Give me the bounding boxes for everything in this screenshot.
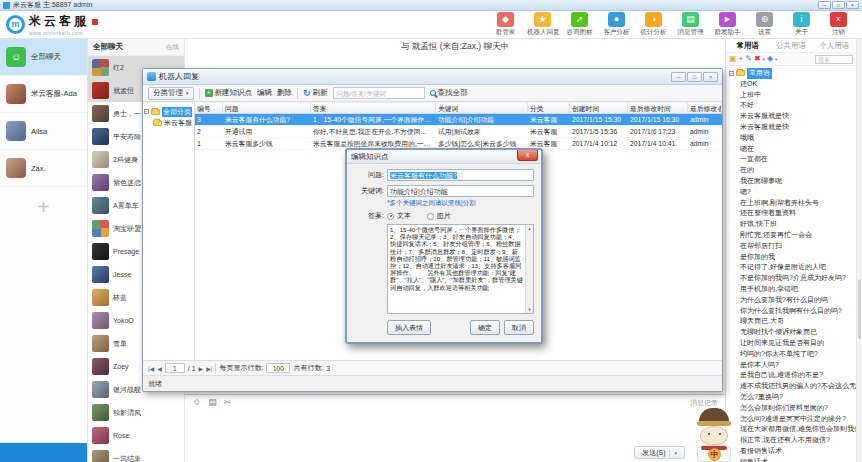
phrase-item[interactable]: 是你本人吗? xyxy=(729,360,856,371)
delete-caret-icon[interactable]: ▾ xyxy=(763,57,765,62)
add-folder-icon[interactable]: ▣ xyxy=(729,53,737,65)
sidebar-item[interactable]: Zax. xyxy=(0,150,87,187)
sidebar-item[interactable]: Ailsa xyxy=(0,113,87,150)
edit-phrase-icon[interactable]: ✎ xyxy=(745,53,752,65)
send-button[interactable]: 发送(S) ▾ xyxy=(634,446,685,459)
delete-phrase-icon[interactable]: ✖ xyxy=(754,53,761,65)
phrase-item[interactable]: 嗯? xyxy=(729,187,856,198)
file-icon[interactable]: ▤ xyxy=(208,395,217,410)
tag-caret-icon[interactable]: ▾ xyxy=(775,57,777,62)
expander-icon[interactable]: − xyxy=(729,71,734,76)
textarea-scrollbar[interactable]: ▲ ▼ xyxy=(525,225,533,313)
first-page-button[interactable]: |◀ xyxy=(148,365,154,372)
header-tool-button[interactable]: ⊛ 设置 xyxy=(749,12,780,37)
phrase-item[interactable]: 刚忙完,还要再忙一会会 xyxy=(729,230,856,241)
sidebar-item[interactable]: ☺ 全部聊天 xyxy=(0,39,87,76)
contact-item[interactable]: 一筠结束 xyxy=(88,447,184,462)
phrase-item[interactable]: 为什么要加我?有什么目的吗 xyxy=(729,295,856,306)
new-knowledge-button[interactable]: + 新建知识点 xyxy=(205,88,253,98)
header-tool-button[interactable]: ► 群发助手 xyxy=(712,12,743,37)
tree-node-category[interactable]: 米云客服 xyxy=(153,117,193,128)
table-row[interactable]: 2 开通试用 你好,不好意思,我正在开会,不方便回... 试用|测试效果 米云客… xyxy=(195,126,722,138)
header-tool-button[interactable]: i 关于 xyxy=(786,12,817,37)
page-number-input[interactable]: 1 xyxy=(165,363,185,373)
phrase-item[interactable]: 不记得了,好像是附近的人吧 xyxy=(729,262,856,273)
quick-reply-tab[interactable]: 常用语 xyxy=(726,41,769,51)
phrase-item[interactable]: 我在面聊事呢 xyxy=(729,176,856,187)
dialog-minimize-button[interactable]: ─ xyxy=(671,72,686,82)
add-account-button[interactable]: + xyxy=(0,187,87,227)
right-scrollbar[interactable] xyxy=(856,39,862,462)
knowledge-search-input[interactable]: 问题/答案/关键词 xyxy=(333,87,425,99)
phrase-item[interactable]: 怎么?重换吗? xyxy=(729,392,856,403)
send-options-caret[interactable]: ▾ xyxy=(669,450,677,456)
table-header-cell[interactable]: 编号 xyxy=(195,103,223,113)
find-all-button[interactable]: 查找全部 xyxy=(430,88,468,98)
ok-button[interactable]: 确定 xyxy=(470,320,500,335)
radio-image[interactable]: 图片 xyxy=(427,211,451,221)
phrase-item[interactable]: 不好 xyxy=(729,100,856,111)
scrollbar-thumb[interactable] xyxy=(858,279,861,339)
phrase-item[interactable]: 很正常,现在还有人不用微信? xyxy=(729,435,856,446)
phrase-item[interactable]: 在帮邻居打扫 xyxy=(729,241,856,252)
add-phrase-icon[interactable]: + xyxy=(739,53,744,65)
table-header-cell[interactable]: 答案 xyxy=(311,103,436,113)
phrase-item[interactable]: 约吗的?你太不单纯了吧? xyxy=(729,349,856,360)
radio-text[interactable]: 文本 xyxy=(387,211,411,221)
header-tool-button[interactable]: ◆ 群管家 xyxy=(490,12,521,37)
tag-icon[interactable]: ◈ xyxy=(767,53,773,65)
phrase-item[interactable]: 哦哦 xyxy=(729,133,856,144)
scissors-icon[interactable]: ✂ xyxy=(224,395,232,410)
phrase-item[interactable]: 怎么会加到你们资料里面的? xyxy=(729,403,856,414)
last-page-button[interactable]: ▶| xyxy=(206,365,212,372)
expander-icon[interactable]: − xyxy=(144,109,149,114)
keyword-input[interactable]: 功能介绍|介绍功能 xyxy=(387,185,534,197)
scroll-up-icon[interactable]: ▲ xyxy=(526,226,533,231)
refresh-button[interactable]: ↻ 刷新 xyxy=(303,88,328,98)
phrase-item[interactable]: 怎么问?难道是冥冥中注定的缘分? xyxy=(729,414,856,425)
edit-knowledge-button[interactable]: 编辑 xyxy=(257,88,272,98)
phrase-item[interactable]: 米云客服就是快 xyxy=(729,111,856,122)
edit-dialog-close-button[interactable]: x xyxy=(517,150,538,161)
phrase-item[interactable]: 聊天而已,大哥 xyxy=(729,316,856,327)
table-header-cell[interactable]: 创建时间 xyxy=(570,103,628,113)
maximize-button[interactable]: □ xyxy=(832,1,845,9)
minimize-button[interactable]: ─ xyxy=(818,1,831,9)
category-manage-button[interactable]: 分类管理 ▾ xyxy=(148,87,194,100)
phrase-item[interactable]: 在的 xyxy=(729,165,856,176)
header-tool-button[interactable]: × 注销 xyxy=(823,12,854,37)
phrase-item[interactable]: 难不成我还找男的骗人的?不会这么无聊 xyxy=(729,381,856,392)
phrase-group[interactable]: − 常用语 xyxy=(729,68,856,79)
close-button[interactable]: × xyxy=(846,1,859,9)
phrase-item[interactable]: 一直都在 xyxy=(729,154,856,165)
page-size-input[interactable]: 100 xyxy=(266,363,290,373)
phrase-item[interactable]: 嗯在 xyxy=(729,144,856,155)
header-tool-button[interactable]: ★ 机器人回复 xyxy=(527,12,558,37)
question-input[interactable]: 米云客服有什么功能? xyxy=(387,169,534,181)
cancel-button[interactable]: 取消 xyxy=(504,320,534,335)
phrase-item[interactable]: 无聊时找个倾诉对象而已 xyxy=(729,327,856,338)
table-header-cell[interactable]: 关键词 xyxy=(436,103,528,113)
contact-item[interactable]: Rose xyxy=(88,424,184,447)
phrase-item[interactable]: 在上班啊,刚帮着弄柱头号 xyxy=(729,198,856,209)
phrase-item[interactable]: 销售话术 xyxy=(729,457,856,462)
header-tool-button[interactable]: ↗ 咨询图标 xyxy=(564,12,595,37)
dialog-close-button[interactable]: × xyxy=(703,72,718,82)
header-tool-button[interactable]: ◑ 统计分析 xyxy=(638,12,669,37)
table-row[interactable]: 3 米云客服有什么功能? 1、15-40个微信号同屏,一个界面操作多... 功能… xyxy=(195,114,722,126)
phrase-item[interactable]: 是我自己说,难道你的不是? xyxy=(729,370,856,381)
emoji-icon[interactable]: ☺ xyxy=(192,395,201,410)
scroll-down-icon[interactable]: ▼ xyxy=(526,307,533,312)
table-header-cell[interactable]: 分类 xyxy=(528,103,570,113)
sidebar-item[interactable]: 米云客服-Ada xyxy=(0,76,87,113)
phrase-item[interactable]: 让时间来见证我是否有目的 xyxy=(729,338,856,349)
phrase-item[interactable]: 用手机加的,拿错吧 xyxy=(729,284,856,295)
insert-emoji-button[interactable]: 插入表情 xyxy=(387,320,431,335)
table-header-cell[interactable]: 最后修改时间 xyxy=(628,103,688,113)
phrase-search-input[interactable]: 搜索 xyxy=(815,55,853,64)
phrase-item[interactable]: 还OK xyxy=(729,79,856,90)
phrase-item[interactable]: 好饿,快下班 xyxy=(729,219,856,230)
phrase-item[interactable]: 还在整理着重资料 xyxy=(729,208,856,219)
phrase-item[interactable]: 你为什么要找我啊有什么目的吗? xyxy=(729,306,856,317)
table-header-cell[interactable]: 问题 xyxy=(223,103,311,113)
